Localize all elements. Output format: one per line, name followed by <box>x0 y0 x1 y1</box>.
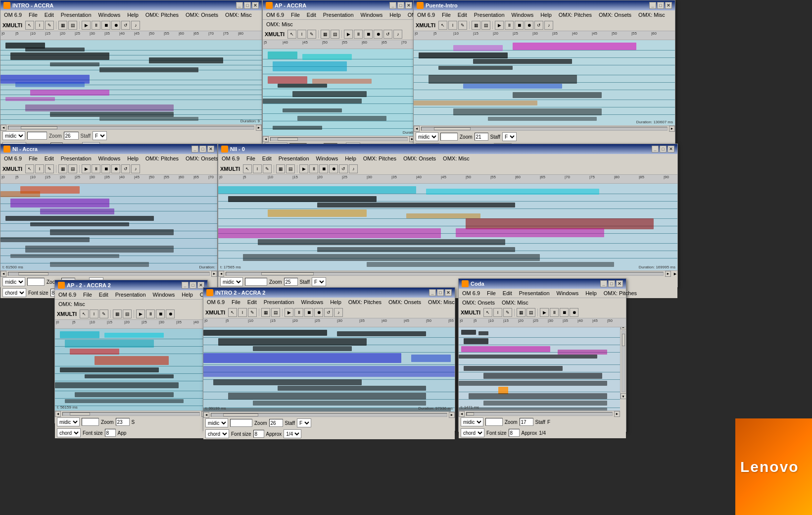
menu-edit[interactable]: Edit <box>501 290 514 297</box>
speaker-btn[interactable]: ♪ <box>131 21 140 30</box>
chord-select[interactable]: chord <box>205 429 229 438</box>
record-btn[interactable]: ⏺ <box>314 308 323 317</box>
menu-windows[interactable]: Windows <box>151 291 177 298</box>
cursor-tool[interactable]: ↖ <box>438 21 447 30</box>
menu-omx-pitches[interactable]: OMX: Pitches <box>557 11 593 18</box>
menu-file[interactable]: File <box>230 299 242 306</box>
menu-file[interactable]: File <box>82 291 94 298</box>
minimize-btn[interactable]: _ <box>600 280 607 287</box>
pos-input[interactable] <box>27 278 45 286</box>
record-btn[interactable]: ⏺ <box>570 308 578 317</box>
scroll-thumb[interactable] <box>18 272 48 275</box>
pencil-tool[interactable]: ✎ <box>99 309 108 318</box>
titlebar-nii-0[interactable]: NII - 0 _ □ ✕ <box>218 144 677 154</box>
edit-tool[interactable]: I <box>297 30 306 39</box>
play-btn[interactable]: ▶ <box>82 164 91 173</box>
menu-omx-onsets[interactable]: OMX: Onsets <box>461 299 496 306</box>
menu-file[interactable]: File <box>485 290 497 297</box>
play-btn[interactable]: ▶ <box>299 164 308 173</box>
pause-btn[interactable]: ⏸ <box>294 308 303 317</box>
score-area[interactable]: t: 61500 ms Duration: <box>0 184 217 270</box>
menu-omx-pitches[interactable]: OMX: Pitches <box>347 299 383 306</box>
pos-input[interactable] <box>440 133 458 141</box>
minimize-btn[interactable]: _ <box>652 146 659 153</box>
titlebar-ap2[interactable]: AP - 2 - ACCRA 2 _ □ ✕ <box>55 280 207 290</box>
fontsize-input[interactable] <box>253 430 264 438</box>
scroll-right[interactable]: ► <box>614 411 620 417</box>
menu-file[interactable]: File <box>27 11 39 18</box>
play-btn[interactable]: ▶ <box>82 21 91 30</box>
chord-select[interactable]: chord <box>57 428 81 437</box>
scroll-right[interactable]: ► <box>256 125 262 131</box>
pos-input[interactable] <box>82 418 99 426</box>
scroll-left[interactable]: ◄ <box>203 412 209 418</box>
menu-file[interactable]: File <box>289 11 301 18</box>
close-btn[interactable]: ✕ <box>252 2 259 9</box>
scroll-down-btn[interactable]: ▼ <box>621 393 626 399</box>
zoom-input[interactable] <box>475 133 488 141</box>
pos-input[interactable] <box>245 278 267 286</box>
h-scrollbar[interactable]: ◄ ► <box>414 125 675 131</box>
restore-btn[interactable]: □ <box>608 280 615 287</box>
menu-omx-misc[interactable]: OMX: Misc <box>637 11 667 18</box>
record-btn[interactable]: ⏺ <box>111 21 120 30</box>
v-scroll-track[interactable] <box>621 330 625 392</box>
pause-btn[interactable]: ⏸ <box>354 30 363 39</box>
h-scrollbar[interactable]: ◄ ► <box>0 124 262 130</box>
grid2-btn[interactable]: ▤ <box>123 309 132 318</box>
grid2-btn[interactable]: ▤ <box>526 308 535 317</box>
grid-btn[interactable]: ▦ <box>321 30 330 39</box>
omx-misc[interactable]: OMX: Misc <box>57 301 87 308</box>
stop-btn[interactable]: ⏹ <box>319 164 328 173</box>
titlebar-puente[interactable]: Puente-Intro _ □ ✕ <box>414 0 675 10</box>
pause-btn[interactable]: ⏸ <box>309 164 318 173</box>
h-scrollbar[interactable]: ◄ ► <box>263 136 415 142</box>
maximize-btn[interactable]: □ <box>657 2 664 9</box>
pause-btn[interactable]: ⏸ <box>550 308 559 317</box>
play-btn[interactable]: ▶ <box>136 309 145 318</box>
menu-edit[interactable]: Edit <box>43 11 55 18</box>
scroll-right[interactable]: ► <box>669 126 675 132</box>
scroll-left[interactable]: ◄ <box>414 126 420 132</box>
grid2-btn[interactable]: ▤ <box>68 21 77 30</box>
score-area[interactable]: Duration: 130607 ms <box>414 40 675 125</box>
scroll-right[interactable]: ► <box>449 412 455 418</box>
pencil-tool[interactable]: ✎ <box>45 164 54 173</box>
titlebar-ni-accra[interactable]: NI - Accra _ □ ✕ <box>0 144 217 154</box>
staff-select[interactable]: F <box>502 132 517 141</box>
scroll-right[interactable]: ► <box>665 271 671 277</box>
menu-windows[interactable]: Windows <box>97 155 122 162</box>
scroll-track[interactable] <box>8 272 210 276</box>
play-btn[interactable]: ▶ <box>285 308 293 317</box>
stop-btn[interactable]: ⏹ <box>364 30 373 39</box>
menu-omx-onsets[interactable]: OMX: Onsets <box>402 155 437 162</box>
pause-btn[interactable]: ⏸ <box>92 21 100 30</box>
pause-btn[interactable]: ⏸ <box>146 309 155 318</box>
h-scrollbar[interactable]: ◄ ► <box>203 412 455 417</box>
scroll-left[interactable]: ◄ <box>263 136 269 142</box>
play-btn[interactable]: ▶ <box>540 308 549 317</box>
menu-omx-onsets[interactable]: OMX: Onsets <box>184 155 220 162</box>
scroll-track[interactable] <box>62 412 200 416</box>
menu-windows[interactable]: Windows <box>300 299 325 306</box>
zoom-input[interactable] <box>269 419 283 427</box>
edit-tool[interactable]: I <box>448 21 457 30</box>
fontsize-input[interactable] <box>105 429 116 437</box>
zoom-input[interactable] <box>64 132 79 140</box>
menu-presentation[interactable]: Presentation <box>262 299 296 306</box>
play-btn[interactable]: ▶ <box>495 21 504 30</box>
scroll-thumb[interactable] <box>278 138 298 141</box>
rewind-btn[interactable]: ↺ <box>121 164 130 173</box>
score-area[interactable]: t: 99199 ms Duration: 97936 ms <box>203 327 455 412</box>
scroll-thumb[interactable] <box>21 126 57 129</box>
pos-input[interactable] <box>230 419 252 427</box>
rewind-btn[interactable]: ↺ <box>339 164 348 173</box>
mode-select[interactable]: midic <box>416 132 438 141</box>
close-btn[interactable]: ✕ <box>616 280 623 287</box>
menu-presentation[interactable]: Presentation <box>114 291 147 298</box>
grid2-btn[interactable]: ▤ <box>331 30 339 39</box>
scroll-left[interactable]: ◄ <box>0 271 6 277</box>
edit-tool[interactable]: I <box>90 309 98 318</box>
menu-presentation[interactable]: Presentation <box>59 155 93 162</box>
scroll-right[interactable]: ► <box>211 271 217 277</box>
